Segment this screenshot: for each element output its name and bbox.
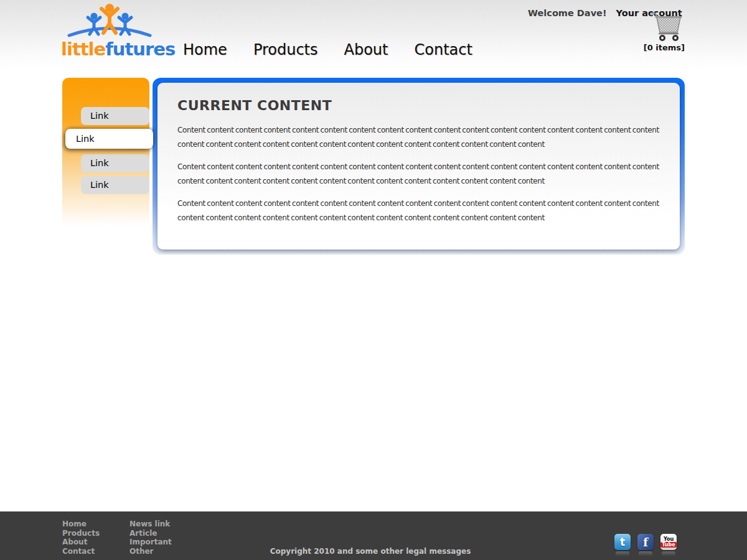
shopping-cart-icon[interactable]	[649, 10, 685, 42]
content-inner: CURRENT CONTENT Content content content …	[157, 83, 680, 250]
site-logo[interactable]: littlefutures	[61, 2, 158, 58]
youtube-icon[interactable]: You Tube	[660, 534, 677, 550]
sidebar-link-2-active[interactable]: Link	[65, 129, 153, 149]
footer-link-about[interactable]: About	[62, 538, 100, 547]
social-links: t f You Tube	[614, 534, 677, 550]
facebook-icon[interactable]: f	[637, 534, 654, 550]
nav-about[interactable]: About	[344, 41, 388, 58]
content-title: CURRENT CONTENT	[177, 98, 660, 113]
twitter-glyph: t	[620, 536, 625, 548]
welcome-message: Welcome Dave!	[528, 8, 607, 18]
content-paragraph-2: Content content content content content …	[177, 160, 664, 189]
nav-contact[interactable]: Contact	[414, 41, 472, 58]
content-paragraph-3: Content content content content content …	[177, 197, 664, 225]
nav-products[interactable]: Products	[253, 41, 318, 58]
footer-link-products[interactable]: Products	[62, 529, 100, 538]
main-nav: Home Products About Contact	[183, 41, 472, 58]
sidebar: Link Link Link Link	[62, 78, 149, 226]
logo-word1: little	[61, 39, 105, 60]
page-header: littlefutures Home Products About Contac…	[0, 0, 747, 70]
logo-word2: futures	[105, 39, 175, 60]
twitter-icon[interactable]: t	[614, 534, 631, 550]
content-panel: CURRENT CONTENT Content content content …	[153, 78, 685, 254]
sidebar-link-4[interactable]: Link	[81, 176, 149, 194]
logo-wordmark: littlefutures	[61, 40, 158, 58]
nav-home[interactable]: Home	[183, 41, 227, 58]
cart-items-count: [0 items]	[640, 43, 685, 52]
footer-link-article[interactable]: Article	[129, 529, 172, 538]
sidebar-link-3[interactable]: Link	[81, 154, 149, 172]
footer-link-important[interactable]: Important	[129, 538, 172, 547]
page-footer: Home Products About Contact News link Ar…	[0, 511, 747, 560]
youtube-tube-label: Tube	[660, 542, 676, 548]
content-paragraph-1: Content content content content content …	[177, 123, 664, 152]
footer-link-home[interactable]: Home	[62, 520, 100, 529]
footer-link-news[interactable]: News link	[129, 520, 172, 529]
logo-people-icon	[63, 2, 156, 40]
youtube-you-label: You	[664, 537, 674, 542]
sidebar-link-1[interactable]: Link	[81, 107, 149, 125]
facebook-glyph: f	[643, 536, 648, 549]
